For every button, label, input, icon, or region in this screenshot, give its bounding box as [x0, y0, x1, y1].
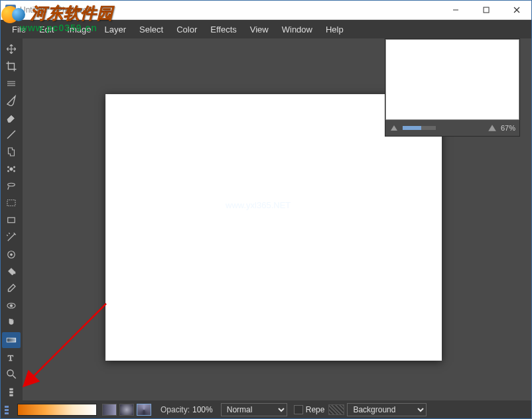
titlebar: P Untitled* - Pixeluvo: [0, 0, 532, 20]
heal-tool[interactable]: [2, 161, 21, 177]
svg-point-13: [11, 253, 13, 255]
crop-tool[interactable]: [2, 58, 21, 74]
eraser-tool[interactable]: [2, 109, 21, 125]
menu-help[interactable]: Help: [319, 22, 350, 37]
color-select-tool[interactable]: [2, 247, 21, 263]
menu-edit[interactable]: Edit: [33, 22, 60, 37]
smudge-tool[interactable]: [2, 315, 21, 331]
svg-point-6: [7, 166, 9, 167]
blend-mode-select[interactable]: Normal: [221, 403, 287, 416]
zoom-percent-label: 67%: [501, 124, 515, 132]
maximize-button[interactable]: [471, 0, 501, 20]
grip-icon[interactable]: [2, 385, 21, 400]
move-tool[interactable]: [2, 41, 21, 57]
svg-rect-20: [10, 389, 13, 390]
navigator-controls: 67%: [385, 120, 519, 136]
options-grip-icon[interactable]: [0, 400, 13, 419]
window-title: Untitled* - Pixeluvo: [20, 5, 87, 15]
svg-point-18: [7, 370, 13, 376]
bucket-tool[interactable]: [2, 264, 21, 280]
svg-point-5: [10, 167, 13, 170]
svg-point-7: [13, 166, 15, 167]
text-tool[interactable]: T: [2, 349, 21, 365]
zoom-in-icon[interactable]: [488, 123, 497, 133]
svg-text:T: T: [8, 352, 14, 362]
clone-tool[interactable]: [2, 144, 21, 160]
svg-rect-16: [7, 338, 16, 342]
rect-select-tool[interactable]: [2, 195, 21, 211]
gradient-linear-button[interactable]: [102, 404, 117, 416]
minimize-button[interactable]: [440, 0, 471, 20]
app-icon: P: [5, 5, 16, 15]
menu-select[interactable]: Select: [133, 22, 170, 37]
tool-palette: T: [0, 38, 23, 400]
pattern-swatch[interactable]: [328, 404, 344, 415]
svg-point-8: [7, 170, 9, 171]
menu-view[interactable]: View: [243, 22, 275, 37]
repeat-checkbox[interactable]: [294, 405, 303, 414]
svg-rect-21: [10, 392, 13, 393]
zoom-slider[interactable]: [403, 126, 436, 130]
close-button[interactable]: [501, 0, 532, 20]
svg-rect-1: [484, 7, 489, 13]
menu-color[interactable]: Color: [170, 22, 204, 37]
gradient-tool[interactable]: [2, 332, 21, 348]
shape-tool[interactable]: [2, 212, 21, 228]
brush-tool[interactable]: [2, 92, 21, 108]
svg-line-19: [13, 376, 16, 379]
svg-line-4: [7, 131, 15, 139]
svg-rect-10: [7, 200, 15, 206]
menu-window[interactable]: Window: [275, 22, 319, 37]
menubar: File Edit Image Layer Select Color Effec…: [0, 20, 532, 38]
menu-file[interactable]: File: [5, 22, 33, 37]
lasso-tool[interactable]: [2, 178, 21, 194]
svg-point-15: [10, 304, 13, 307]
opacity-label: Opacity:: [161, 405, 190, 414]
zoom-out-icon[interactable]: [389, 123, 399, 133]
svg-rect-11: [8, 217, 15, 223]
gradient-radial-button[interactable]: [119, 404, 134, 416]
redeye-tool[interactable]: [2, 298, 21, 314]
gradient-preview[interactable]: [17, 404, 97, 416]
menu-layer[interactable]: Layer: [98, 22, 133, 37]
svg-point-9: [13, 170, 15, 171]
tool-options-bar: Opacity: 100% Normal Repe Background: [0, 400, 532, 419]
svg-rect-22: [10, 394, 13, 396]
eyedropper-tool[interactable]: [2, 280, 21, 296]
wand-tool[interactable]: [2, 229, 21, 245]
navigator-preview[interactable]: [385, 39, 519, 120]
repeat-label: Repe: [306, 405, 325, 414]
gradient-angle-button[interactable]: [137, 404, 151, 416]
opacity-value[interactable]: 100%: [192, 405, 213, 414]
navigator-panel[interactable]: 67%: [385, 38, 520, 137]
menu-effects[interactable]: Effects: [204, 22, 243, 37]
menu-image[interactable]: Image: [60, 22, 98, 37]
transform-tool[interactable]: [2, 76, 21, 91]
line-tool[interactable]: [2, 127, 21, 143]
zoom-tool[interactable]: [2, 366, 21, 382]
target-layer-select[interactable]: Background: [347, 403, 427, 416]
